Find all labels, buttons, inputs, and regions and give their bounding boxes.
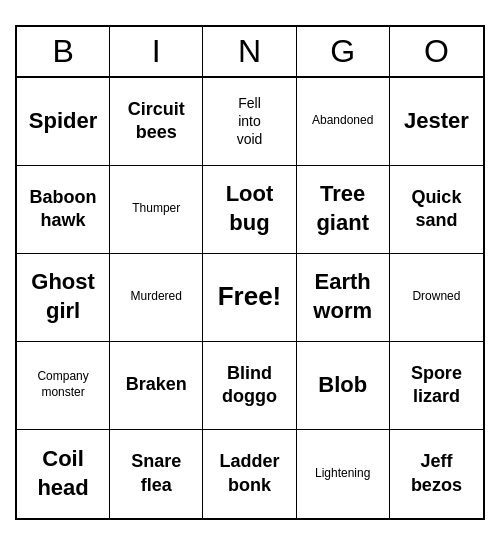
cell-label: Jester bbox=[404, 107, 469, 136]
cell-label: Circuit bees bbox=[128, 98, 185, 145]
cell-label: Spore lizard bbox=[411, 362, 462, 409]
cell-label: Snare flea bbox=[131, 450, 181, 497]
bingo-cell: Blob bbox=[297, 342, 390, 430]
cell-label: Baboon hawk bbox=[30, 186, 97, 233]
bingo-cell: Lightening bbox=[297, 430, 390, 518]
bingo-cell: Free! bbox=[203, 254, 296, 342]
bingo-cell: Blind doggo bbox=[203, 342, 296, 430]
bingo-cell: Earth worm bbox=[297, 254, 390, 342]
bingo-cell: Murdered bbox=[110, 254, 203, 342]
bingo-cell: Ladder bonk bbox=[203, 430, 296, 518]
bingo-cell: Fell into void bbox=[203, 78, 296, 166]
cell-label: Abandoned bbox=[312, 113, 373, 129]
cell-label: Fell into void bbox=[237, 94, 263, 149]
header-letter: N bbox=[203, 27, 296, 76]
bingo-cell: Quick sand bbox=[390, 166, 483, 254]
bingo-cell: Tree giant bbox=[297, 166, 390, 254]
bingo-cell: Braken bbox=[110, 342, 203, 430]
header-letter: G bbox=[297, 27, 390, 76]
bingo-cell: Coil head bbox=[17, 430, 110, 518]
cell-label: Tree giant bbox=[316, 180, 369, 237]
bingo-cell: Jester bbox=[390, 78, 483, 166]
cell-label: Drowned bbox=[412, 289, 460, 305]
cell-label: Quick sand bbox=[411, 186, 461, 233]
cell-label: Coil head bbox=[37, 445, 88, 502]
cell-label: Thumper bbox=[132, 201, 180, 217]
bingo-cell: Thumper bbox=[110, 166, 203, 254]
cell-label: Ladder bonk bbox=[219, 450, 279, 497]
bingo-cell: Spore lizard bbox=[390, 342, 483, 430]
cell-label: Blind doggo bbox=[222, 362, 277, 409]
cell-label: Braken bbox=[126, 373, 187, 396]
header-letter: I bbox=[110, 27, 203, 76]
cell-label: Free! bbox=[218, 280, 282, 314]
bingo-cell: Snare flea bbox=[110, 430, 203, 518]
cell-label: Jeff bezos bbox=[411, 450, 462, 497]
bingo-cell: Spider bbox=[17, 78, 110, 166]
cell-label: Murdered bbox=[131, 289, 182, 305]
header-letter: O bbox=[390, 27, 483, 76]
bingo-card: BINGO SpiderCircuit beesFell into voidAb… bbox=[15, 25, 485, 520]
bingo-cell: Jeff bezos bbox=[390, 430, 483, 518]
cell-label: Earth worm bbox=[313, 268, 372, 325]
bingo-cell: Loot bug bbox=[203, 166, 296, 254]
bingo-cell: Ghost girl bbox=[17, 254, 110, 342]
bingo-cell: Circuit bees bbox=[110, 78, 203, 166]
bingo-grid: SpiderCircuit beesFell into voidAbandone… bbox=[17, 78, 483, 518]
bingo-header: BINGO bbox=[17, 27, 483, 78]
cell-label: Company monster bbox=[37, 369, 88, 400]
cell-label: Lightening bbox=[315, 466, 370, 482]
bingo-cell: Company monster bbox=[17, 342, 110, 430]
cell-label: Loot bug bbox=[226, 180, 274, 237]
bingo-cell: Baboon hawk bbox=[17, 166, 110, 254]
bingo-cell: Abandoned bbox=[297, 78, 390, 166]
bingo-cell: Drowned bbox=[390, 254, 483, 342]
header-letter: B bbox=[17, 27, 110, 76]
cell-label: Ghost girl bbox=[31, 268, 95, 325]
cell-label: Spider bbox=[29, 107, 97, 136]
cell-label: Blob bbox=[318, 371, 367, 400]
